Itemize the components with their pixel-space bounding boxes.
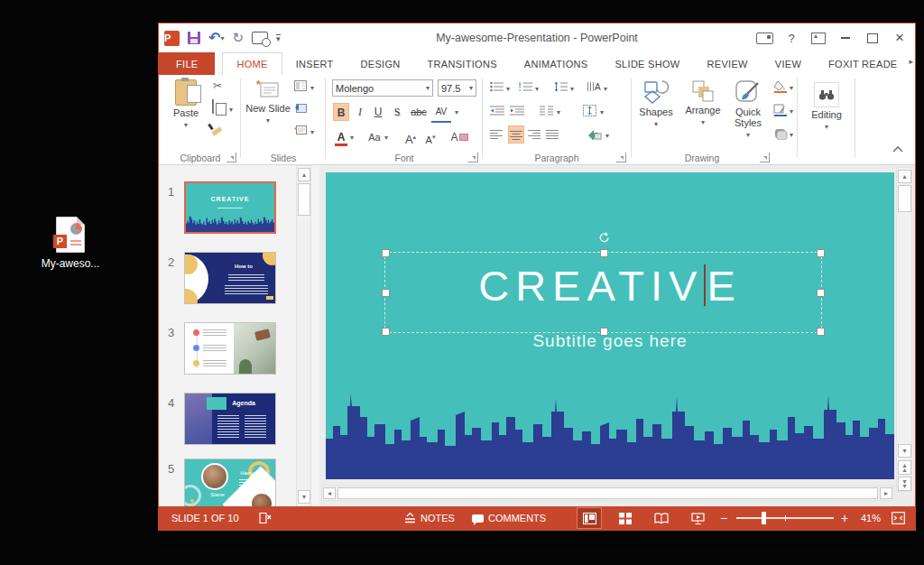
tab-overflow-icon[interactable]: ▸	[909, 57, 913, 66]
new-slide-dropdown[interactable]: ▾	[266, 116, 270, 126]
notes-button[interactable]: NOTES	[404, 506, 455, 530]
panel-scroll-thumb[interactable]	[298, 183, 310, 216]
tab-animations[interactable]: ANIMATIONS	[511, 52, 602, 75]
bullets-dropdown[interactable]: ▾	[506, 83, 510, 96]
resize-handle-w[interactable]	[382, 289, 390, 297]
comments-button[interactable]: COMMENTS	[472, 506, 546, 530]
shape-outline-dropdown[interactable]: ▾	[790, 106, 793, 118]
clipboard-dialog-launcher[interactable]	[226, 153, 236, 162]
next-slide-button[interactable]: ▾▾	[898, 477, 911, 491]
shape-fill-button[interactable]	[773, 80, 788, 93]
underline-button[interactable]: U	[370, 103, 386, 121]
save-button[interactable]	[188, 32, 200, 44]
previous-slide-button[interactable]: ▴▴	[898, 460, 911, 475]
slide-thumbnail-2[interactable]: How to	[184, 252, 276, 304]
paste-dropdown[interactable]: ▾	[184, 120, 188, 131]
arrange-button[interactable]: Arrange ▾	[679, 79, 726, 128]
grow-font-button[interactable]: A▴	[402, 128, 419, 146]
undo-dropdown[interactable]: ▾	[220, 34, 224, 42]
font-color-dropdown[interactable]: ▾	[350, 132, 354, 144]
text-direction-button[interactable]: A	[587, 81, 601, 92]
reading-view-button[interactable]	[649, 507, 674, 529]
zoom-in-button[interactable]: +	[841, 506, 848, 530]
align-center-button[interactable]	[508, 125, 524, 144]
slide-thumbnail-3[interactable]	[184, 322, 276, 375]
customize-qat-button[interactable]: ▾	[276, 34, 281, 42]
rotate-handle[interactable]	[597, 231, 610, 244]
ribbon-display-options-button[interactable]	[807, 28, 830, 48]
font-size-combobox[interactable]: 97.5▾	[438, 79, 476, 97]
line-spacing-dropdown[interactable]: ▾	[570, 83, 574, 96]
resize-handle-n[interactable]	[600, 249, 608, 257]
smartart-dropdown[interactable]: ▾	[605, 130, 609, 143]
decrease-indent-button[interactable]	[490, 105, 504, 116]
reset-button[interactable]	[294, 102, 307, 113]
panel-scroll-up-button[interactable]: ▴	[298, 168, 310, 181]
scroll-right-button[interactable]: ▸	[880, 487, 892, 499]
resize-handle-nw[interactable]	[382, 249, 390, 257]
shape-effects-dropdown[interactable]: ▾	[790, 129, 793, 142]
tab-home[interactable]: HOME	[222, 52, 282, 75]
collapse-ribbon-button[interactable]	[892, 145, 904, 153]
zoom-level-button[interactable]: 41%	[861, 506, 881, 530]
textbox-selection[interactable]	[384, 252, 822, 333]
increase-indent-button[interactable]	[510, 105, 524, 116]
slide-canvas[interactable]: CREATIVE Subtitle goes here	[326, 172, 894, 479]
help-button[interactable]: ?	[780, 28, 803, 48]
justify-button[interactable]	[546, 129, 559, 140]
slide-sorter-view-button[interactable]	[613, 507, 638, 529]
horizontal-scrollbar[interactable]: ◂ ▸	[321, 486, 894, 501]
vertical-scrollbar[interactable]: ▴ ▾ ▴▴ ▾▾	[896, 167, 912, 492]
align-text-dropdown[interactable]: ▾	[600, 107, 604, 119]
copy-button[interactable]	[212, 100, 214, 113]
tab-transitions[interactable]: TRANSITIONS	[414, 52, 511, 75]
slides-panel-scrollbar[interactable]: ▴ ▾	[296, 165, 311, 508]
text-shadow-button[interactable]: S	[389, 103, 405, 121]
slide-thumbnail-5[interactable]: Stane Harrys	[184, 458, 276, 508]
fit-to-window-button[interactable]	[892, 506, 905, 530]
character-spacing-dropdown[interactable]: ▾	[455, 107, 458, 119]
undo-button[interactable]: ↶▾	[208, 32, 224, 44]
scroll-up-button[interactable]: ▴	[898, 170, 911, 183]
start-from-beginning-button[interactable]	[252, 32, 268, 44]
zoom-slider-thumb[interactable]	[762, 512, 766, 524]
tab-insert[interactable]: INSERT	[282, 52, 347, 75]
font-dialog-launcher[interactable]	[468, 153, 478, 162]
quick-styles-button[interactable]: Quick Styles ▾	[726, 79, 770, 141]
minimize-button[interactable]	[834, 28, 857, 48]
clear-formatting-button[interactable]: A	[448, 128, 471, 146]
slide-thumbnail-1[interactable]: CREATIVE	[184, 181, 276, 234]
section-button[interactable]: *	[294, 125, 307, 135]
paste-button[interactable]: Paste ▾	[166, 79, 206, 131]
bold-button[interactable]: B	[333, 103, 349, 121]
resize-handle-sw[interactable]	[382, 328, 390, 336]
normal-view-button[interactable]	[577, 507, 602, 529]
scroll-down-button[interactable]: ▾	[898, 444, 911, 458]
copy-dropdown[interactable]: ▾	[229, 104, 233, 116]
zoom-out-button[interactable]: −	[720, 506, 727, 530]
zoom-slider[interactable]	[736, 517, 834, 519]
text-direction-dropdown[interactable]: ▾	[604, 83, 607, 96]
columns-dropdown[interactable]: ▾	[557, 107, 560, 119]
resize-handle-ne[interactable]	[817, 249, 825, 257]
panel-scroll-down-button[interactable]: ▾	[298, 490, 310, 504]
editing-button[interactable]: Editing ▾	[804, 82, 849, 133]
shapes-button[interactable]: Shapes ▾	[634, 79, 678, 130]
character-spacing-button[interactable]: AV	[431, 103, 451, 123]
paragraph-dialog-launcher[interactable]	[616, 153, 626, 162]
resize-handle-se[interactable]	[817, 328, 825, 336]
change-case-dropdown[interactable]: ▾	[384, 132, 388, 144]
bullets-button[interactable]	[490, 81, 504, 92]
slide-subtitle-text[interactable]: Subtitle goes here	[326, 331, 894, 351]
redo-button[interactable]: ↻	[232, 32, 244, 44]
display-settings-button[interactable]	[753, 28, 776, 48]
shapes-dropdown[interactable]: ▾	[654, 119, 658, 130]
tab-file[interactable]: FILE	[159, 52, 215, 75]
resize-handle-s[interactable]	[600, 328, 608, 336]
arrange-dropdown[interactable]: ▾	[701, 117, 705, 128]
scroll-left-button[interactable]: ◂	[323, 487, 336, 499]
h-scroll-thumb[interactable]	[337, 487, 878, 499]
columns-button[interactable]	[540, 105, 554, 116]
align-left-button[interactable]	[490, 129, 503, 140]
layout-button[interactable]	[294, 80, 307, 91]
